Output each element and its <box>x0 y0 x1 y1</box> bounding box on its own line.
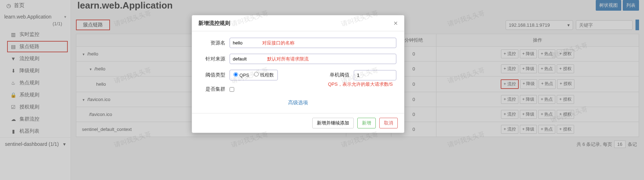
flow-rule-modal: 新增流控规则 × 资源名 对应接口的名称 针对来源 默认对所有请求限流 阈值类型… <box>192 15 404 133</box>
radio-qps[interactable]: QPS <box>233 72 249 78</box>
label-single-threshold: 单机阈值 <box>330 72 349 78</box>
advanced-toggle[interactable]: 高级选项 <box>200 98 396 110</box>
radio-thread-input[interactable] <box>254 72 259 76</box>
checkbox-cluster[interactable] <box>230 87 234 92</box>
modal-body: 资源名 对应接口的名称 针对来源 默认对所有请求限流 阈值类型 QPS 线程数 … <box>192 31 404 113</box>
label-cluster: 是否集群 <box>200 86 225 92</box>
label-threshold-type: 阈值类型 <box>200 72 225 78</box>
input-threshold[interactable] <box>354 70 396 80</box>
modal-header: 新增流控规则 × <box>192 15 404 31</box>
input-origin[interactable] <box>230 54 396 64</box>
btn-cancel[interactable]: 取消 <box>379 118 398 128</box>
input-resource[interactable] <box>230 38 396 48</box>
label-resource: 资源名 <box>200 40 225 46</box>
btn-add[interactable]: 新增 <box>357 118 376 128</box>
radio-thread[interactable]: 线程数 <box>254 72 274 78</box>
radio-group-type: QPS 线程数 <box>230 70 278 80</box>
close-icon[interactable]: × <box>393 20 398 27</box>
modal-title: 新增流控规则 <box>198 20 230 27</box>
btn-add-continue[interactable]: 新增并继续添加 <box>312 118 354 128</box>
label-origin: 针对来源 <box>200 56 225 62</box>
note-qps: QPS，表示允许的最大请求数/S <box>328 81 393 88</box>
radio-qps-input[interactable] <box>233 72 238 77</box>
modal-footer: 新增并继续添加 新增 取消 <box>192 113 404 133</box>
